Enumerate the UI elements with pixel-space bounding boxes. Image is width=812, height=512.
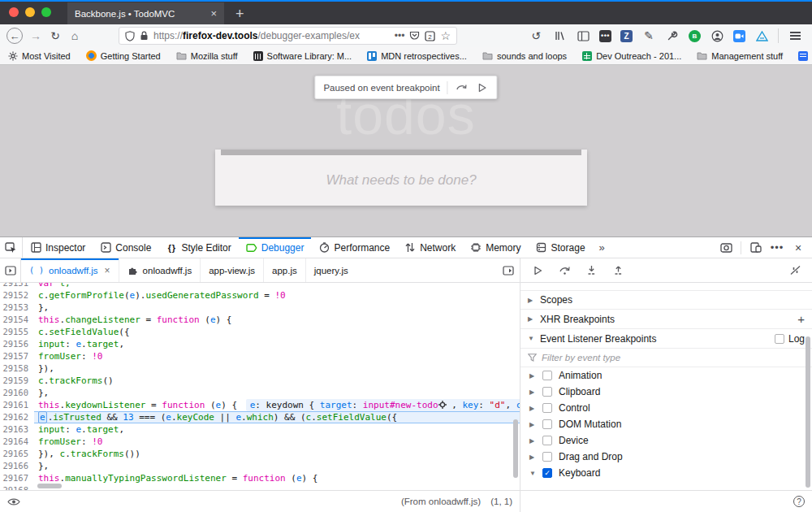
element-picker-icon[interactable] xyxy=(0,237,23,258)
code-text[interactable]: this.changeListener = function (e) { xyxy=(34,314,520,326)
bplus-extension-icon[interactable]: B xyxy=(689,30,701,42)
line-number[interactable]: 29152 xyxy=(0,289,34,302)
url-bar[interactable]: https://firefox-dev.tools/debugger-examp… xyxy=(119,27,457,45)
code-text[interactable]: fromUser: !0 xyxy=(34,350,520,362)
editor-horizontal-scrollbar[interactable] xyxy=(37,484,62,488)
resume-button[interactable] xyxy=(531,265,544,276)
line-number[interactable]: 29167 xyxy=(0,472,34,484)
event-category-checkbox[interactable] xyxy=(542,403,552,413)
event-category-row[interactable]: ▶Device xyxy=(520,432,812,449)
add-xhr-breakpoint-icon[interactable]: + xyxy=(797,312,805,326)
line-number[interactable]: 29154 xyxy=(0,314,34,326)
twisty-collapsed-icon[interactable]: ▶ xyxy=(528,315,534,323)
zotero-icon[interactable]: Z xyxy=(620,30,633,42)
highlight-node-target-icon[interactable] xyxy=(438,401,447,409)
menu-icon[interactable] xyxy=(788,28,802,43)
window-minimize-button[interactable] xyxy=(25,7,35,17)
event-category-row[interactable]: ▶DOM Mutation xyxy=(520,416,812,432)
notes-pencil-icon[interactable]: ✎ xyxy=(641,28,656,43)
tab-network[interactable]: Network xyxy=(397,237,463,258)
line-number[interactable]: 29158 xyxy=(0,362,34,375)
tracking-protection-shield-icon[interactable] xyxy=(125,31,135,41)
step-over-icon[interactable] xyxy=(456,82,469,93)
new-todo-input[interactable]: What needs to be done? xyxy=(215,150,587,206)
resume-icon[interactable] xyxy=(476,82,489,93)
lock-icon[interactable] xyxy=(140,31,149,41)
line-number[interactable]: 29163 xyxy=(0,423,34,436)
home-button[interactable]: ⌂ xyxy=(65,27,84,45)
scopes-section-header[interactable]: ▶ Scopes xyxy=(520,290,812,310)
account-icon[interactable] xyxy=(710,28,724,43)
browser-tab[interactable]: Backbone.js • TodoMVC × xyxy=(67,2,224,24)
line-number[interactable]: 29165 xyxy=(0,448,34,460)
code-text[interactable]: e.isTrusted && 13 === (e.keyCode || e.wh… xyxy=(34,411,520,423)
screenshot-page-action-icon[interactable]: 2 xyxy=(425,31,435,41)
bookmark-folder-sounds-and-loops[interactable]: sounds and loops xyxy=(482,51,567,61)
code-text[interactable]: this.keydownListener = function (e) { e:… xyxy=(34,399,520,411)
tab-console[interactable]: Console xyxy=(93,237,158,258)
code-text[interactable]: c.setFieldValue({ xyxy=(34,326,520,338)
event-category-checkbox[interactable] xyxy=(542,436,552,445)
source-tab-app[interactable]: app.js xyxy=(264,258,306,282)
code-text[interactable]: input: e.target, xyxy=(34,338,520,350)
code-text[interactable]: input: e.target, xyxy=(34,423,520,436)
inline-variable-preview[interactable]: e: keydown { target: input#new-todo , ke… xyxy=(246,399,520,411)
event-category-checkbox[interactable] xyxy=(542,419,552,429)
event-category-checkbox[interactable] xyxy=(542,387,552,397)
line-number[interactable]: 29168 xyxy=(0,484,34,490)
code-text[interactable]: c.trackForms() xyxy=(34,375,520,387)
tab-storage[interactable]: Storage xyxy=(529,237,593,258)
reload-button[interactable]: ↻ xyxy=(45,27,65,45)
window-zoom-button[interactable] xyxy=(41,7,51,17)
code-text[interactable]: var t; xyxy=(34,283,520,289)
pocket-icon[interactable] xyxy=(409,31,420,41)
event-category-row[interactable]: ▶Animation xyxy=(520,367,812,384)
tab-inspector[interactable]: Inspector xyxy=(23,237,93,258)
bookmark-dev-doc[interactable]: 2019-09-05 Dev Do... xyxy=(798,51,812,61)
wrench-icon[interactable] xyxy=(665,28,680,43)
source-editor[interactable]: 29151var t;29152c.getFormProfile(e).used… xyxy=(0,283,520,490)
event-category-row[interactable]: ▼✓Keyboard xyxy=(520,465,812,481)
editor-panel-toggle-icon[interactable] xyxy=(497,258,520,282)
code-text[interactable] xyxy=(34,484,520,490)
step-out-button[interactable] xyxy=(611,265,624,276)
page-actions-icon[interactable]: ••• xyxy=(395,30,405,41)
source-tab-close-icon[interactable]: × xyxy=(105,265,110,276)
twisty-collapsed-icon[interactable]: ▶ xyxy=(528,297,534,304)
sidebar-toggle-icon[interactable] xyxy=(576,28,590,43)
close-devtools-icon[interactable]: × xyxy=(789,240,807,256)
line-number[interactable]: 29151 xyxy=(0,283,34,289)
editor-vertical-scrollbar[interactable] xyxy=(513,419,518,478)
line-number[interactable]: 29159 xyxy=(0,375,34,387)
code-text[interactable]: }, xyxy=(34,387,520,399)
extension-badge-icon[interactable]: ••• xyxy=(599,30,611,42)
panel-vertical-scrollbar[interactable] xyxy=(806,336,810,488)
xhr-breakpoints-section-header[interactable]: ▶ XHR Breakpoints + xyxy=(520,310,812,329)
bookmark-folder-mozilla-stuff[interactable]: Mozilla stuff xyxy=(176,51,238,61)
tab-performance[interactable]: Performance xyxy=(311,237,397,258)
event-category-checkbox[interactable] xyxy=(542,452,552,462)
line-number[interactable]: 29166 xyxy=(0,460,34,472)
bookmark-getting-started[interactable]: Getting Started xyxy=(86,50,161,61)
event-listener-breakpoints-section-header[interactable]: ▼ Event Listener Breakpoints Log xyxy=(520,329,812,349)
twisty-expanded-icon[interactable]: ▼ xyxy=(528,335,534,342)
twisty-collapsed-icon[interactable]: ▶ xyxy=(529,437,536,445)
tab-debugger[interactable]: Debugger xyxy=(239,237,312,258)
sources-panel-toggle-icon[interactable] xyxy=(0,258,21,282)
twisty-collapsed-icon[interactable]: ▶ xyxy=(529,372,536,380)
line-number[interactable]: 29153 xyxy=(0,302,34,314)
screenshot-icon[interactable] xyxy=(717,240,735,256)
twisty-collapsed-icon[interactable]: ▶ xyxy=(529,421,536,428)
zoom-app-icon[interactable] xyxy=(733,30,745,42)
line-number[interactable]: 29161 xyxy=(0,399,34,411)
code-text[interactable]: }), xyxy=(34,362,520,375)
event-category-row[interactable]: ▶Drag and Drop xyxy=(520,449,812,465)
bookmark-software-library[interactable]: Software Library: M... xyxy=(253,51,352,61)
bookmark-star-icon[interactable]: ☆ xyxy=(440,29,451,42)
log-toggle[interactable]: Log xyxy=(775,333,805,345)
twisty-collapsed-icon[interactable]: ▶ xyxy=(529,453,536,461)
help-icon[interactable]: ? xyxy=(793,496,805,507)
code-text[interactable]: fromUser: !0 xyxy=(34,436,520,448)
skip-pauses-toggle-icon[interactable] xyxy=(788,265,801,276)
line-number[interactable]: 29162 xyxy=(0,411,34,423)
